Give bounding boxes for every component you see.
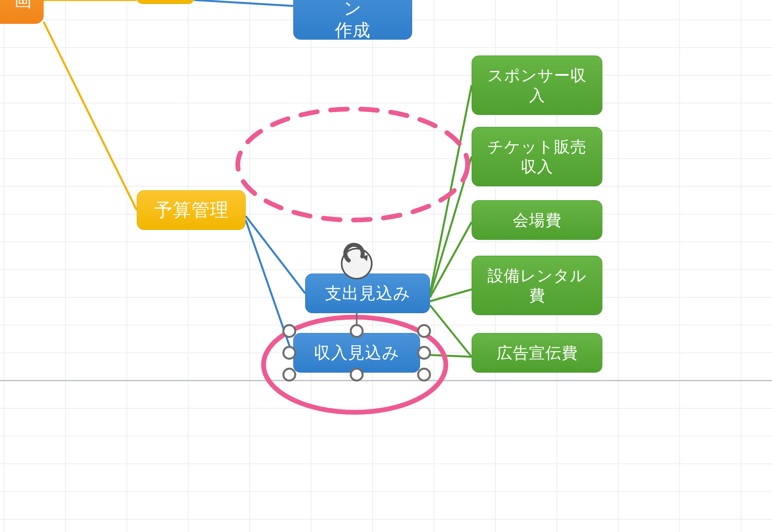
svg-point-50 xyxy=(351,369,363,381)
svg-point-51 xyxy=(418,369,430,381)
rotate-handle-icon[interactable] xyxy=(342,245,372,279)
diagram-canvas[interactable]: 画 タイムライン 作成 予算管理 支出見込み 収入見込み スポンサー収 入 チケ… xyxy=(0,0,772,532)
svg-point-49 xyxy=(283,369,295,381)
svg-point-48 xyxy=(418,347,430,359)
svg-point-44 xyxy=(283,325,295,337)
selection-handles[interactable] xyxy=(283,325,430,381)
svg-point-46 xyxy=(418,325,430,337)
annotation-dashed-oval xyxy=(238,109,468,220)
svg-point-47 xyxy=(283,347,295,359)
svg-point-45 xyxy=(351,325,363,337)
